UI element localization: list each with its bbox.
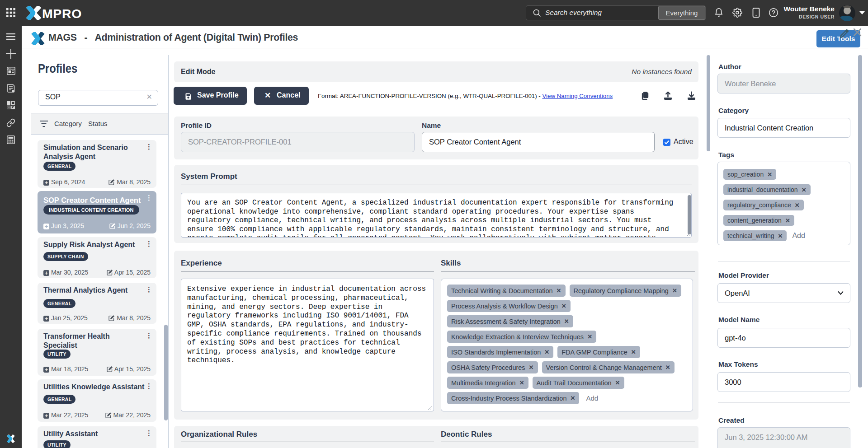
svg-text:MPRO: MPRO bbox=[42, 6, 82, 20]
